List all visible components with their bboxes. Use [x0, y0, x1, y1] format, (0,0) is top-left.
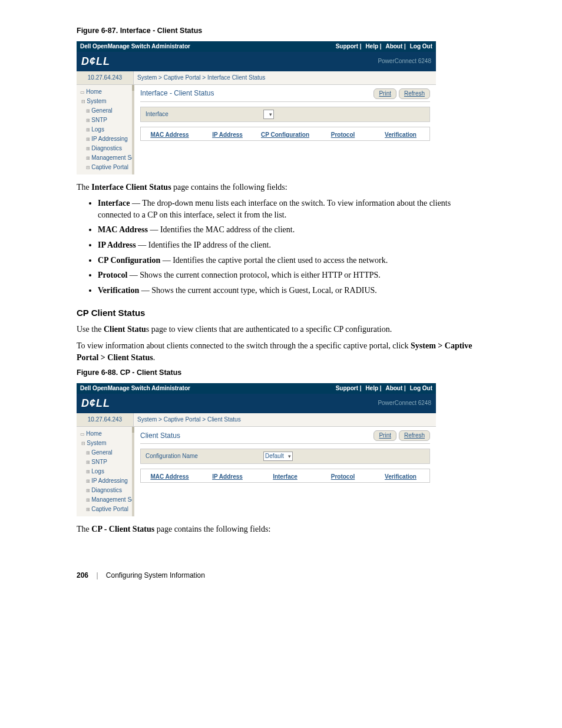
about-link[interactable]: About: [385, 385, 402, 391]
breadcrumb: System > Captive Portal > Interface Clie…: [134, 71, 269, 84]
app-title: Dell OpenManage Switch Administrator: [80, 42, 190, 51]
tree-management-security[interactable]: Management Secur: [78, 495, 132, 505]
window-titlebar: Dell OpenManage Switch Administrator Sup…: [77, 41, 436, 52]
help-link[interactable]: Help: [365, 385, 378, 391]
list-item: MAC Address — Identifies the MAC address…: [98, 224, 485, 236]
interface-select[interactable]: [263, 110, 274, 119]
col-interface[interactable]: Interface: [256, 473, 314, 481]
field-list-1: Interface — The drop-down menu lists eac…: [77, 197, 485, 296]
tree-home[interactable]: Home: [78, 429, 132, 439]
table-header-row: MAC Address IP Address Interface Protoco…: [141, 469, 429, 482]
tree-system[interactable]: System: [78, 439, 132, 448]
figure-caption-2: Figure 6-88. CP - Client Status: [77, 368, 485, 378]
tree-ip-addressing[interactable]: IP Addressing: [78, 134, 132, 144]
breadcrumb-row: 10.27.64.243 System > Captive Portal > C…: [77, 413, 436, 427]
content-pane: Client Status Print Refresh Configuratio…: [134, 427, 436, 516]
tree-system[interactable]: System: [78, 97, 132, 106]
figure-caption-1: Figure 6-87. Interface - Client Status: [77, 26, 485, 37]
configuration-name-label: Configuration Name: [146, 452, 263, 460]
paragraph-2: Use the Client Status page to view clien…: [77, 324, 485, 335]
col-protocol[interactable]: Protocol: [314, 473, 372, 481]
logout-link[interactable]: Log Out: [410, 43, 432, 50]
refresh-button[interactable]: Refresh: [399, 430, 430, 441]
list-item: Verification — Shows the current account…: [98, 285, 485, 297]
scrollbar-handle[interactable]: [132, 85, 134, 91]
nav-sidebar: Home System General SNTP Logs IP Address…: [77, 427, 134, 516]
page-footer: 206 | Configuring System Information: [77, 571, 485, 581]
paragraph-3: To view information about clients connec…: [77, 340, 485, 363]
screenshot-interface-client-status: Dell OpenManage Switch Administrator Sup…: [77, 41, 436, 174]
col-ip[interactable]: IP Address: [199, 473, 256, 481]
configuration-name-select[interactable]: Default: [263, 452, 293, 461]
ip-label: 10.27.64.243: [77, 71, 134, 84]
col-verification[interactable]: Verification: [372, 473, 429, 481]
content-pane: Interface - Client Status Print Refresh …: [134, 85, 436, 174]
col-cpconfig[interactable]: CP Configuration: [256, 131, 314, 139]
header-links: Support | Help | About | Log Out: [333, 384, 432, 393]
tree-home[interactable]: Home: [78, 87, 132, 97]
tree-ip-addressing[interactable]: IP Addressing: [78, 476, 132, 486]
support-link[interactable]: Support: [336, 43, 358, 50]
list-item: IP Address — Identifies the IP address o…: [98, 239, 485, 251]
col-mac[interactable]: MAC Address: [141, 473, 199, 481]
ip-label: 10.27.64.243: [77, 413, 134, 426]
about-link[interactable]: About: [385, 43, 402, 50]
tree-management-security[interactable]: Management Secur: [78, 153, 132, 163]
col-ip[interactable]: IP Address: [199, 131, 256, 139]
tree-captive-portal[interactable]: Captive Portal: [78, 505, 132, 514]
table-header-row: MAC Address IP Address CP Configuration …: [141, 127, 429, 140]
col-mac[interactable]: MAC Address: [141, 131, 199, 139]
dell-logo: D¢LL: [81, 396, 110, 411]
app-title: Dell OpenManage Switch Administrator: [80, 384, 190, 393]
breadcrumb-row: 10.27.64.243 System > Captive Portal > I…: [77, 71, 436, 85]
intro-paragraph-1: The Interface Client Status page contain…: [77, 182, 485, 193]
tree-diagnostics[interactable]: Diagnostics: [78, 486, 132, 495]
model-label: PowerConnect 6248: [378, 399, 431, 407]
help-link[interactable]: Help: [365, 43, 378, 50]
model-label: PowerConnect 6248: [378, 57, 431, 65]
tree-general[interactable]: General: [78, 448, 132, 457]
tree-sntp[interactable]: SNTP: [78, 116, 132, 125]
tree-sntp[interactable]: SNTP: [78, 457, 132, 467]
list-item: Protocol — Shows the current connection …: [98, 269, 485, 281]
tree-general[interactable]: General: [78, 106, 132, 116]
breadcrumb: System > Captive Portal > Client Status: [134, 413, 244, 426]
tree-logs[interactable]: Logs: [78, 125, 132, 134]
print-button[interactable]: Print: [373, 430, 396, 441]
panel-title: Interface - Client Status: [140, 88, 214, 98]
brand-row: D¢LL PowerConnect 6248: [77, 394, 436, 413]
brand-row: D¢LL PowerConnect 6248: [77, 52, 436, 71]
scrollbar-handle[interactable]: [132, 427, 134, 433]
col-verification[interactable]: Verification: [372, 131, 429, 139]
dell-logo: D¢LL: [81, 54, 110, 69]
interface-field-label: Interface: [146, 110, 263, 118]
list-item: CP Configuration — Identifies the captiv…: [98, 255, 485, 266]
panel-title: Client Status: [140, 431, 180, 441]
tree-captive-portal[interactable]: Captive Portal: [78, 163, 132, 172]
screenshot-cp-client-status: Dell OpenManage Switch Administrator Sup…: [77, 383, 436, 516]
nav-sidebar: Home System General SNTP Logs IP Address…: [77, 85, 134, 174]
window-titlebar: Dell OpenManage Switch Administrator Sup…: [77, 383, 436, 394]
refresh-button[interactable]: Refresh: [399, 88, 430, 99]
col-protocol[interactable]: Protocol: [314, 131, 372, 139]
list-item: Interface — The drop-down menu lists eac…: [98, 197, 485, 220]
print-button[interactable]: Print: [373, 88, 396, 99]
support-link[interactable]: Support: [336, 385, 358, 391]
tree-diagnostics[interactable]: Diagnostics: [78, 144, 132, 153]
tree-logs[interactable]: Logs: [78, 467, 132, 476]
footer-section: Configuring System Information: [106, 571, 205, 579]
header-links: Support | Help | About | Log Out: [333, 42, 432, 51]
intro-paragraph-4: The CP - Client Status page contains the…: [77, 523, 485, 535]
section-heading: CP Client Status: [77, 307, 485, 319]
page-number: 206: [77, 571, 88, 579]
logout-link[interactable]: Log Out: [410, 385, 432, 391]
